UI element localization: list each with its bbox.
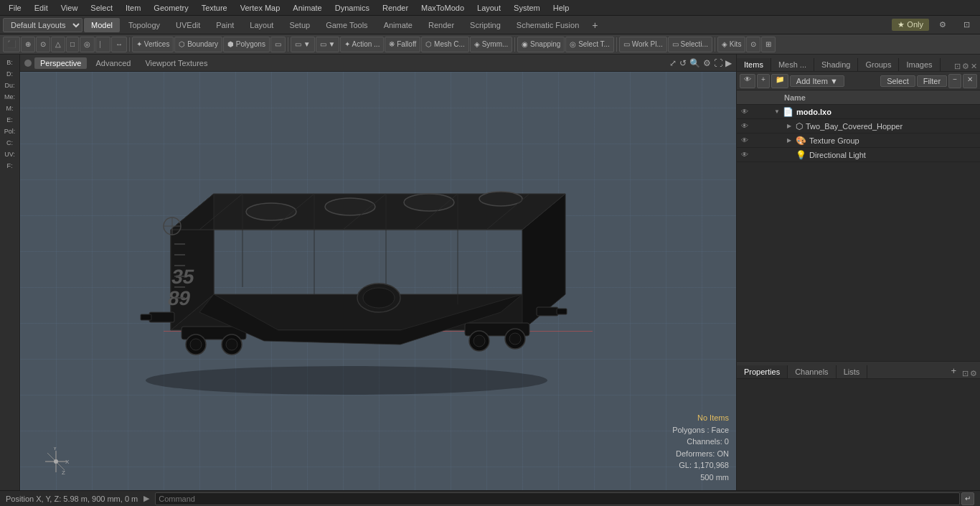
tool-circ[interactable]: ◎ bbox=[80, 37, 95, 52]
rect-btn[interactable]: ▭ bbox=[270, 37, 286, 52]
layout-tab-schematic[interactable]: Schematic Fusion bbox=[509, 18, 586, 32]
layout-tab-scripting[interactable]: Scripting bbox=[463, 18, 508, 32]
viewport-tab-advanced[interactable]: Advanced bbox=[90, 57, 136, 69]
menu-system[interactable]: System bbox=[508, 2, 546, 14]
right-panel-close[interactable]: ✕ bbox=[971, 62, 977, 71]
snapping-btn[interactable]: ◉ Snapping bbox=[517, 37, 565, 52]
sidebar-btn-me[interactable]: Me: bbox=[2, 92, 18, 102]
mode-btn2[interactable]: ▭ ▼ bbox=[316, 37, 340, 52]
menu-select[interactable]: Select bbox=[85, 2, 118, 14]
layout-tab-paint[interactable]: Paint bbox=[209, 18, 241, 32]
tool-bbdot[interactable]: ⬛ bbox=[3, 37, 20, 52]
tool-tri[interactable]: △ bbox=[51, 37, 65, 52]
item-row-texture[interactable]: 👁 ▶ 🎨 Texture Group bbox=[737, 133, 980, 148]
vp-ctrl-rotate[interactable]: ↺ bbox=[679, 58, 687, 68]
tool-globe[interactable]: ⊙ bbox=[36, 37, 50, 52]
right-tab-items[interactable]: Items bbox=[737, 58, 771, 71]
eye-icon-light[interactable]: 👁 bbox=[740, 150, 750, 160]
layout-tab-gametools[interactable]: Game Tools bbox=[319, 18, 375, 32]
viewport-tab-textures[interactable]: Viewport Textures bbox=[139, 57, 213, 69]
right-tab-mesh[interactable]: Mesh ... bbox=[771, 58, 814, 71]
selecttool-btn[interactable]: ◎ Select T... bbox=[565, 37, 614, 52]
right-tab-shading[interactable]: Shading bbox=[814, 58, 858, 71]
vp-ctrl-zoom[interactable]: 🔍 bbox=[689, 58, 700, 68]
sidebar-btn-dd[interactable]: D: bbox=[2, 69, 18, 79]
view2-btn[interactable]: ⊞ bbox=[761, 37, 776, 52]
eye-icon-modo[interactable]: 👁 bbox=[740, 107, 750, 117]
symm-btn[interactable]: ◈ Symm... bbox=[470, 37, 512, 52]
vp-ctrl-fullscreen[interactable]: ⛶ bbox=[714, 58, 722, 68]
props-expand-btn[interactable]: ⊡ bbox=[962, 369, 969, 378]
menu-geometry[interactable]: Geometry bbox=[148, 2, 194, 14]
view1-btn[interactable]: ⊙ bbox=[746, 37, 760, 52]
props-tab-properties[interactable]: Properties bbox=[737, 365, 788, 378]
right-panel-settings[interactable]: ⚙ bbox=[962, 62, 969, 71]
menu-file[interactable]: File bbox=[3, 2, 27, 14]
menu-item[interactable]: Item bbox=[120, 2, 146, 14]
layout-tab-animate[interactable]: Animate bbox=[377, 18, 420, 32]
menu-render[interactable]: Render bbox=[377, 2, 414, 14]
right-tab-images[interactable]: Images bbox=[899, 58, 940, 71]
sidebar-btn-b[interactable]: B: bbox=[2, 57, 18, 67]
items-close-btn[interactable]: ✕ bbox=[963, 74, 977, 88]
menu-maxtomodo[interactable]: MaxToModo bbox=[415, 2, 470, 14]
layout-tab-uvedit[interactable]: UVEdit bbox=[169, 18, 207, 32]
command-submit-btn[interactable]: ↵ bbox=[961, 492, 974, 505]
vp-ctrl-more[interactable]: ▶ bbox=[725, 58, 732, 68]
layout-tab-model[interactable]: Model bbox=[84, 18, 120, 32]
props-settings-btn[interactable]: ⚙ bbox=[970, 369, 977, 378]
items-minus-btn[interactable]: − bbox=[948, 74, 961, 88]
sidebar-btn-uv[interactable]: UV: bbox=[2, 149, 18, 159]
eye-icon-texture[interactable]: 👁 bbox=[740, 136, 750, 146]
tool-square[interactable]: □ bbox=[66, 37, 79, 52]
sidebar-btn-f[interactable]: F: bbox=[2, 161, 18, 171]
tool-pipe[interactable]: ⎸ bbox=[95, 37, 110, 52]
items-select-btn[interactable]: Select bbox=[880, 75, 915, 87]
props-plus-btn[interactable]: + bbox=[945, 363, 962, 378]
layout-settings-btn[interactable]: ⚙ bbox=[932, 18, 953, 32]
menu-help[interactable]: Help bbox=[547, 2, 575, 14]
menu-vertexmap[interactable]: Vertex Map bbox=[235, 2, 286, 14]
menu-texture[interactable]: Texture bbox=[196, 2, 233, 14]
props-tab-channels[interactable]: Channels bbox=[788, 365, 836, 378]
item-row-hopper[interactable]: 👁 ▶ ⬡ Two_Bay_Covered_Hopper bbox=[737, 119, 980, 133]
vp-ctrl-move[interactable]: ⤢ bbox=[669, 58, 677, 68]
boundary-btn[interactable]: ⬡ Boundary bbox=[174, 37, 222, 52]
sidebar-btn-c[interactable]: C: bbox=[2, 138, 18, 148]
layout-plus-button[interactable]: + bbox=[588, 18, 602, 32]
viewport-canvas[interactable]: 35 89 bbox=[20, 72, 736, 490]
mode-btn1[interactable]: ▭ ▼ bbox=[291, 37, 315, 52]
items-eye-btn[interactable]: 👁 bbox=[740, 74, 755, 88]
sidebar-btn-e[interactable]: E: bbox=[2, 115, 18, 125]
menu-view[interactable]: View bbox=[55, 2, 84, 14]
tool-arrows[interactable]: ↔ bbox=[111, 37, 127, 52]
menu-dynamics[interactable]: Dynamics bbox=[329, 2, 375, 14]
right-panel-expand[interactable]: ⊡ bbox=[954, 62, 961, 71]
sidebar-btn-ms[interactable]: M: bbox=[2, 103, 18, 113]
items-folder-btn[interactable]: 📁 bbox=[771, 74, 788, 88]
item-row-modo[interactable]: 👁 ▼ 📄 modo.lxo bbox=[737, 105, 980, 119]
viewport-tab-perspective[interactable]: Perspective bbox=[34, 57, 87, 69]
command-input[interactable] bbox=[155, 492, 960, 505]
layout-maximize-btn[interactable]: ⊡ bbox=[956, 18, 977, 32]
items-filter-btn[interactable]: Filter bbox=[917, 75, 947, 87]
tool-origin[interactable]: ⊕ bbox=[21, 37, 35, 52]
selection-btn[interactable]: ▭ Selecti... bbox=[668, 37, 712, 52]
polygons-btn[interactable]: ⬢ Polygons bbox=[223, 37, 270, 52]
sidebar-btn-dup[interactable]: Du: bbox=[2, 80, 18, 90]
items-plus-btn[interactable]: + bbox=[757, 74, 770, 88]
kits-btn[interactable]: ◈ Kits bbox=[717, 37, 745, 52]
layout-tab-setup[interactable]: Setup bbox=[282, 18, 317, 32]
mesh-btn[interactable]: ⬡ Mesh C... bbox=[421, 37, 469, 52]
sidebar-btn-pol[interactable]: Pol: bbox=[2, 126, 18, 136]
item-row-light[interactable]: 👁 💡 Directional Light bbox=[737, 148, 980, 162]
status-arrow[interactable]: ▶ bbox=[143, 494, 149, 503]
action-btn[interactable]: ✦ Action ... bbox=[340, 37, 384, 52]
vp-ctrl-settings[interactable]: ⚙ bbox=[703, 58, 711, 68]
layout-tab-render[interactable]: Render bbox=[421, 18, 461, 32]
falloff-btn[interactable]: ❋ Falloff bbox=[385, 37, 420, 52]
workplane-btn[interactable]: ▭ Work Pl... bbox=[619, 37, 667, 52]
layout-dropdown[interactable]: Default Layouts bbox=[3, 18, 83, 32]
layout-tab-layout[interactable]: Layout bbox=[242, 18, 281, 32]
menu-layout[interactable]: Layout bbox=[471, 2, 507, 14]
